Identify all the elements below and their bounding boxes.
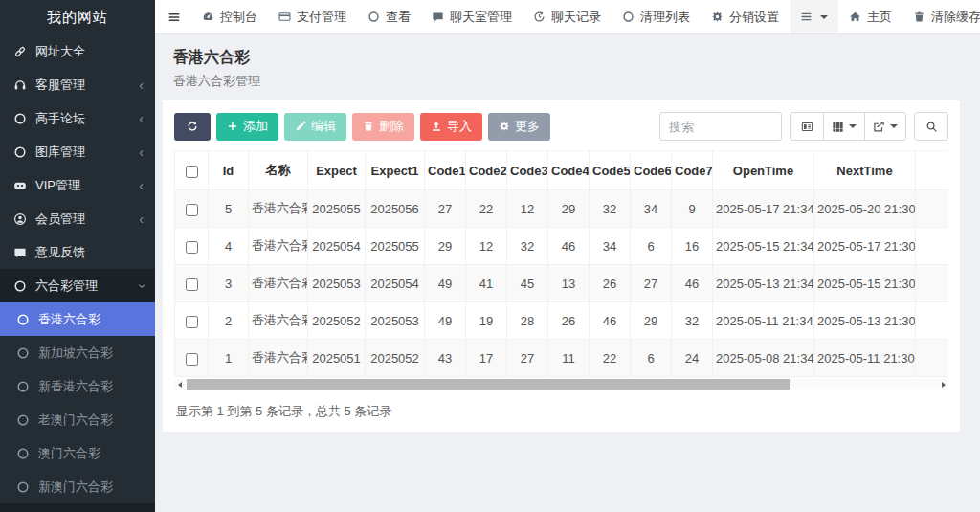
page-subtitle: 香港六合彩管理	[173, 73, 961, 90]
table-view-button[interactable]	[914, 112, 948, 141]
table-cell: 49	[425, 265, 466, 302]
column-header-cell	[916, 151, 949, 190]
toolbar-button[interactable]: 导入	[420, 113, 482, 141]
item-icon	[278, 11, 291, 23]
table-view-buttons	[790, 112, 948, 141]
navbar-link[interactable]: 分销设置	[701, 0, 790, 33]
sidebar-item[interactable]: 意见反馈	[0, 235, 155, 269]
toolbar-button[interactable]	[174, 113, 211, 141]
item-icon	[13, 145, 27, 159]
sidebar-item-label: 图库管理	[35, 144, 85, 161]
table-cell: 32	[672, 302, 713, 340]
table-cell: 2025054	[308, 228, 366, 265]
sidebar-bottom-strip	[0, 503, 155, 512]
table-view-button[interactable]	[823, 112, 865, 141]
horizontal-scrollbar[interactable]	[174, 378, 948, 390]
sidebar-menu: 网址大全 客服管理 ‹ 高手论坛 ‹ 图库管理	[0, 34, 155, 302]
sidebar-item[interactable]: 高手论坛 ‹	[0, 101, 155, 135]
sidebar-toggle-button[interactable]	[157, 0, 191, 33]
table-cell: 香港六合彩	[249, 265, 308, 302]
table-cell: 2025052	[308, 302, 366, 340]
table-cell: 2025055	[366, 228, 425, 265]
row-checkbox[interactable]	[186, 278, 198, 291]
sidebar-item[interactable]: 会员管理 ‹	[0, 202, 155, 235]
table-cell: 2025054	[366, 265, 425, 302]
table-cell: 2025-05-13 21:30:00	[814, 302, 916, 340]
clear-cache-link[interactable]: 清除缓存	[902, 0, 980, 33]
content-area: 香港六合彩 香港六合彩管理	[155, 34, 980, 512]
select-all-checkbox[interactable]	[186, 166, 198, 178]
scroll-thumb[interactable]	[187, 379, 790, 390]
table-cell: 2025053	[366, 302, 425, 340]
scroll-left-arrow[interactable]	[174, 379, 185, 390]
table-cell: 45	[507, 265, 548, 302]
column-header-cell: Expect1	[366, 151, 425, 190]
list-dropdown-button[interactable]	[790, 0, 838, 33]
table-cell: 香港六合彩	[249, 190, 308, 228]
table-cell: 46	[672, 265, 713, 302]
column-header-cell: Expect	[308, 151, 366, 190]
sidebar-item[interactable]: 客服管理 ‹	[0, 68, 155, 101]
table-view-button[interactable]	[790, 112, 824, 141]
table-view-button[interactable]	[864, 112, 906, 141]
table-cell: 6	[631, 228, 672, 265]
table-cell: 2025056	[366, 190, 425, 228]
toolbar-button[interactable]: 编辑	[284, 113, 346, 141]
table-cell: 香港六合彩	[249, 228, 308, 265]
sidebar-item-label: 客服管理	[35, 77, 85, 94]
table-card: 添加 编辑 删除	[163, 100, 960, 432]
table-cell: 22	[466, 190, 507, 228]
home-icon	[849, 11, 861, 23]
row-checkbox-cell	[175, 190, 209, 228]
data-table: Id 名称 Expect Expect1 Code1	[174, 150, 948, 377]
home-link[interactable]: 主页	[838, 0, 902, 33]
row-checkbox-cell	[175, 302, 209, 340]
sidebar-subitem[interactable]: 澳门六合彩	[0, 436, 155, 470]
navbar-link[interactable]: 查看	[357, 0, 421, 33]
table-cell: 2025-05-15 21:34:39	[713, 228, 814, 265]
row-checkbox[interactable]	[186, 204, 198, 216]
site-title: 我的网站	[0, 0, 155, 34]
item-icon	[227, 121, 238, 132]
toolbar-button[interactable]: 更多	[488, 113, 550, 141]
sidebar-item[interactable]: VIP管理 ‹	[0, 168, 155, 202]
row-checkbox[interactable]	[186, 316, 198, 328]
toolbar-button[interactable]: 添加	[216, 113, 278, 141]
navbar-link[interactable]: 清理列表	[612, 0, 701, 33]
row-checkbox[interactable]	[186, 241, 198, 254]
sidebar-subitem[interactable]: 老澳门六合彩	[0, 403, 155, 436]
item-icon	[187, 121, 198, 132]
sidebar-item[interactable]: 图库管理 ‹	[0, 135, 155, 168]
table-cell: 2025052	[366, 340, 425, 377]
home-label: 主页	[867, 9, 892, 26]
search-input[interactable]	[659, 112, 782, 141]
table-cell: 12	[466, 228, 507, 265]
sidebar-subitem[interactable]: 香港六合彩	[0, 302, 155, 336]
item-icon	[13, 179, 27, 192]
toolbar-button[interactable]: 删除	[352, 113, 414, 141]
table-cell: 46	[548, 228, 590, 265]
sidebar-item[interactable]: 网址大全	[0, 34, 155, 68]
item-icon	[16, 480, 30, 494]
table-header-row: Id 名称 Expect Expect1 Code1	[175, 151, 949, 190]
navbar-link[interactable]: 聊天室管理	[421, 0, 523, 33]
records-summary: 显示第 1 到第 5 条记录，总共 5 条记录	[174, 403, 948, 420]
sidebar-item[interactable]: 六合彩管理 ‹	[0, 269, 155, 302]
row-checkbox[interactable]	[186, 353, 198, 366]
sidebar-subitem[interactable]: 新澳门六合彩	[0, 470, 155, 503]
navbar-link[interactable]: 聊天记录	[523, 0, 612, 33]
row-checkbox-cell	[175, 228, 209, 265]
table-cell: 香港六合彩	[249, 340, 308, 377]
table-cell: 4	[209, 228, 249, 265]
table-cell: 27	[425, 190, 466, 228]
navbar-link[interactable]: 控制台	[191, 0, 268, 33]
table-cell: 26	[590, 265, 631, 302]
scroll-track[interactable]	[185, 379, 938, 390]
table-cell: 49	[425, 302, 466, 340]
sidebar-subitem[interactable]: 新香港六合彩	[0, 369, 155, 403]
sidebar-subitem[interactable]: 新加坡六合彩	[0, 336, 155, 369]
navbar-link[interactable]: 支付管理	[268, 0, 357, 33]
content-header: 香港六合彩 香港六合彩管理	[155, 34, 980, 100]
scroll-right-arrow[interactable]	[938, 379, 948, 390]
table-cell: 29	[631, 302, 672, 340]
